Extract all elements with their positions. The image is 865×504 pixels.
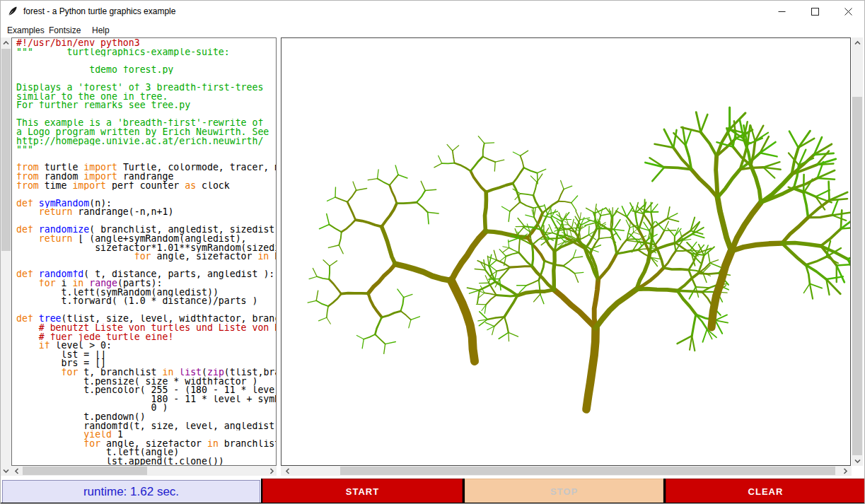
maximize-button[interactable] [799,1,831,22]
close-icon [844,8,852,16]
code-line: #!/usr/bin/env python3 [16,39,277,48]
code-line [16,110,277,119]
code-line: Displays a 'forest' of 3 breadth-first-t… [16,83,277,93]
code-line: # benutzt Liste von turtles und Liste vo… [16,324,277,333]
code-line [16,262,277,271]
scroll-down-icon[interactable] [1,465,11,476]
code-line: sizefactor*1.01**symRandom(sizedist)) [16,244,277,253]
stop-button[interactable]: STOP [465,479,663,504]
turtle-canvas [281,38,850,465]
code-line: for angle, sizefactor in branchlist: [16,440,277,449]
menu-fontsize[interactable]: Fontsize [45,24,84,37]
scrollbar-thumb[interactable] [852,97,862,456]
code-line: from time import perf_counter as clock [16,182,277,191]
code-line: for i in range(parts): [16,279,277,288]
scrollbar-thumb[interactable] [340,467,835,475]
code-line [16,306,277,315]
code-line: brs = [] [16,359,277,368]
code-line: 180 - 11 * level + symRandom(15), [16,395,277,404]
minimize-icon [778,8,786,16]
canvas-horizontal-scrollbar[interactable] [281,466,852,476]
code-line: t.left(angle) [16,448,277,457]
code-line: 0 ) [16,404,277,413]
python-feather-icon [7,6,18,17]
code-line [16,217,277,226]
scroll-right-icon[interactable] [840,466,850,476]
code-line: similar to the one in tree. [16,93,277,102]
menu-examples[interactable]: Examples [4,24,48,37]
canvas-frame [281,37,851,466]
code-pane[interactable]: #!/usr/bin/env python3""" turtlegraphics… [11,37,277,466]
code-line: lst = [] [16,351,277,360]
code-line: for angle, sizefactor in branchlist ] [16,252,277,262]
code-line: return randrange(-n,n+1) [16,208,277,217]
code-line: t.pendown() [16,413,277,422]
code-lines: #!/usr/bin/env python3""" turtlegraphics… [16,39,277,466]
start-button[interactable]: START [262,479,463,504]
scroll-down-icon[interactable] [852,455,863,466]
code-line: t.left(symRandom(angledist)) [16,288,277,298]
clear-button[interactable]: CLEAR [666,479,865,504]
maximize-icon [811,8,819,16]
code-line: t.pensize( size * widthfactor ) [16,377,277,387]
code-line [16,74,277,83]
code-line: yield 1 [16,430,277,440]
scroll-right-icon[interactable] [266,466,277,476]
code-line: tdemo_forest.py [16,66,277,75]
code-line: a Logo program written by Erich Neuwirth… [16,128,277,137]
code-line: http://homepage.univie.ac.at/erich.neuwi… [16,137,277,146]
code-line: t.pencolor( 255 - (180 - 11 * level + sy… [16,386,277,395]
code-line [16,190,277,199]
code-line: """ [16,146,277,155]
code-line: from turtle import Turtle, colormode, tr… [16,163,277,172]
code-vertical-scrollbar[interactable] [1,37,11,476]
code-line: """ turtlegraphics-example-suite: [16,48,277,57]
scroll-up-icon[interactable] [1,37,11,48]
code-line [16,155,277,164]
menu-help[interactable]: Help [88,24,113,37]
code-line: for t, branchlist in list(zip(tlist,bran… [16,368,277,377]
code-line: if level > 0: [16,341,277,351]
code-line [16,57,277,66]
scroll-left-icon[interactable] [11,466,22,476]
minimize-button[interactable] [765,1,798,22]
code-horizontal-scrollbar[interactable] [11,466,277,476]
code-line: def symRandom(n): [16,199,277,209]
runtime-label: runtime: 1.62 sec. [2,480,260,503]
code-line: from random import randrange [16,172,277,182]
code-line: # fuer jede turtle eine! [16,333,277,342]
canvas-vertical-scrollbar[interactable] [852,37,863,466]
code-line: def tree(tlist, size, level, widthfactor… [16,315,277,324]
code-line: randomfd(t, size, level, angledist) [16,422,277,431]
code-line: def randomize( branchlist, angledist, si… [16,225,277,235]
menu-bar: Examples Fontsize Help [1,22,864,37]
code-line: def randomfd( t, distance, parts, angled… [16,270,277,279]
scroll-up-icon[interactable] [852,37,863,48]
code-line: For further remarks see tree.py [16,101,277,110]
window-title: forest - a Python turtle graphics exampl… [23,6,175,16]
scrollbar-thumb[interactable] [23,467,147,475]
title-bar[interactable]: forest - a Python turtle graphics exampl… [1,1,864,22]
code-line: t.forward( (1.0 * distance)/parts ) [16,297,277,306]
close-button[interactable] [832,1,864,22]
app-window: forest - a Python turtle graphics exampl… [0,0,865,504]
code-line: lst.append(t.clone()) [16,457,277,466]
code-line: This example is a 'breadth-first'-rewrit… [16,119,277,128]
scrollbar-thumb[interactable] [1,49,11,251]
scroll-left-icon[interactable] [282,466,293,476]
code-line: return [ (angle+symRandom(angledist), [16,235,277,244]
